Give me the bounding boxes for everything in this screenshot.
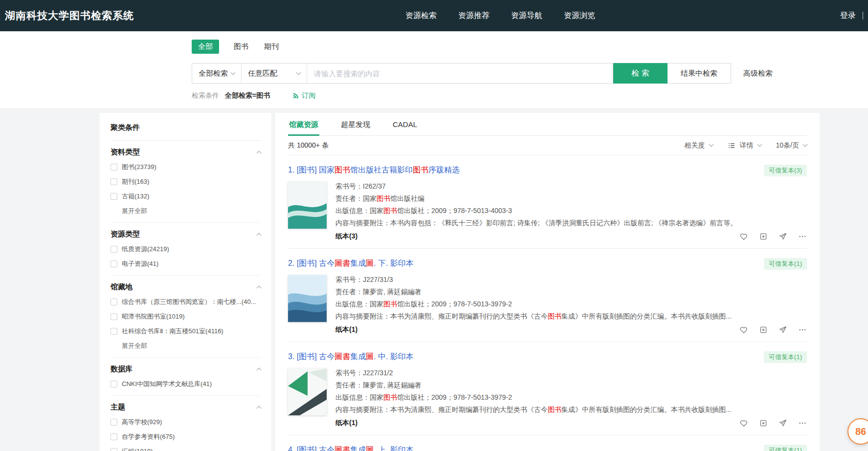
filter-group-header[interactable]: 资料类型 [111, 148, 261, 157]
chevron-up-icon[interactable] [257, 368, 262, 373]
checkbox[interactable] [111, 246, 117, 253]
filter-option-label: 昭潭书院图书室(1019) [122, 312, 185, 321]
share-icon[interactable] [779, 232, 787, 241]
filter-group-header[interactable]: 主题 [111, 403, 261, 412]
result-title-link[interactable]: 1. [图书] 国家图书馆出版社古籍影印图书序跋精选 [288, 165, 460, 175]
checkbox[interactable] [111, 299, 117, 305]
checkbox[interactable] [111, 178, 117, 185]
add-to-shelf-icon[interactable] [759, 325, 768, 334]
rss-icon [292, 92, 299, 99]
add-to-shelf-icon[interactable] [759, 419, 768, 428]
holdings-label: 纸本(1) [335, 325, 357, 334]
filter-option[interactable]: 自学参考资料(675) [111, 432, 261, 441]
advanced-search-link[interactable]: 高级检索 [743, 69, 773, 78]
checkbox[interactable] [111, 313, 117, 320]
more-actions-icon[interactable] [798, 232, 807, 241]
chevron-up-icon[interactable] [257, 233, 262, 238]
favorite-icon[interactable] [739, 419, 748, 428]
tab-books[interactable]: 图书 [233, 40, 249, 54]
result-info: 索书号：I262/37责任者：国家图书馆出版社编出版信息：国家图书馆出版社；20… [335, 182, 807, 241]
navbar-right: 登录 [840, 11, 863, 21]
result-field: 索书号：J227/31/3 [335, 275, 807, 284]
book-cover[interactable] [288, 275, 327, 322]
result-title-link[interactable]: 2. [图书] 古今圖書集成圖. 下. 影印本 [288, 258, 414, 269]
filter-panel: 聚类条件 资料类型图书(23739)期刊(163)古籍(132)展开全部资源类型… [100, 113, 271, 451]
filter-option[interactable]: 纸质资源(24219) [111, 245, 261, 254]
filter-option[interactable]: 昭潭书院图书室(1019) [111, 312, 261, 321]
view-mode-select[interactable]: 详情 [728, 141, 761, 150]
filter-option[interactable]: CNKI中国知网学术文献总库(41) [111, 380, 261, 388]
expand-all-link[interactable]: 展开全部 [111, 342, 261, 350]
availability-badge: 可借复本(1) [764, 351, 807, 363]
add-to-shelf-icon[interactable] [759, 232, 768, 241]
chevron-down-icon [803, 142, 808, 147]
filter-option-label: 电子资源(41) [122, 259, 158, 268]
checkbox[interactable] [111, 419, 117, 426]
nav-resource-recommend[interactable]: 资源推荐 [458, 11, 490, 21]
scope-select-value: 全部检索 [199, 69, 228, 78]
page-size-select[interactable]: 10条/页 [776, 141, 807, 150]
tab-chaoxing[interactable]: 超星发现 [340, 113, 371, 135]
favorite-icon[interactable] [739, 325, 748, 334]
result-title-link[interactable]: 3. [图书] 古今圖書集成圖. 中. 影印本 [288, 351, 414, 362]
list-view-icon [728, 142, 735, 150]
checkbox[interactable] [111, 448, 117, 451]
checkbox[interactable] [111, 260, 117, 267]
search-button[interactable]: 检 索 [613, 63, 668, 84]
search-input[interactable] [307, 64, 613, 83]
sort-select[interactable]: 相关度 [685, 141, 713, 150]
result-item: 3. [图书] 古今圖書集成圖. 中. 影印本可借复本(1)索书号：J227/3… [288, 342, 807, 435]
more-actions-icon[interactable] [798, 419, 807, 428]
tab-all[interactable]: 全部 [192, 40, 219, 54]
filter-group-header[interactable]: 资源类型 [111, 230, 261, 239]
filter-group-header[interactable]: 数据库 [111, 365, 261, 374]
filter-group-header[interactable]: 馆藏地 [111, 282, 261, 292]
scope-select[interactable]: 全部检索 [192, 64, 242, 83]
availability-badge: 可借复本(3) [764, 165, 807, 176]
filter-option[interactable]: 图书(23739) [111, 163, 261, 172]
search-in-results-button[interactable]: 结果中检索 [668, 63, 731, 84]
checkbox[interactable] [111, 381, 117, 387]
filter-option[interactable]: 电子资源(41) [111, 259, 261, 268]
tab-journals[interactable]: 期刊 [263, 40, 280, 54]
chevron-up-icon[interactable] [257, 286, 262, 291]
checkbox[interactable] [111, 193, 117, 200]
share-icon[interactable] [779, 325, 787, 334]
nav-resource-search[interactable]: 资源检索 [405, 11, 437, 21]
filter-option[interactable]: 高等学校(929) [111, 418, 261, 427]
expand-all-link[interactable]: 展开全部 [111, 207, 261, 215]
chevron-up-icon[interactable] [257, 406, 262, 411]
book-cover[interactable] [288, 182, 327, 229]
filter-option[interactable]: 古籍(132) [111, 192, 261, 201]
checkbox[interactable] [111, 164, 117, 171]
subscribe-link[interactable]: 订阅 [292, 91, 315, 100]
results-meta-row: 共 10000+ 条 相关度 详情 10条/页 [288, 136, 807, 155]
holdings-label: 纸本(3) [335, 232, 357, 241]
highlight-keyword: 圖書 [334, 259, 350, 267]
checkbox[interactable] [111, 433, 117, 440]
nav-resource-navigation[interactable]: 资源导航 [511, 11, 542, 21]
book-cover[interactable] [288, 368, 327, 415]
tab-holdings[interactable]: 馆藏资源 [288, 113, 319, 135]
filter-option[interactable]: 期刊(163) [111, 177, 261, 186]
chevron-up-icon[interactable] [257, 151, 262, 156]
results-tabs: 馆藏资源超星发现CADAL [288, 113, 807, 136]
share-icon[interactable] [779, 419, 787, 428]
checkbox[interactable] [111, 328, 117, 335]
filter-option[interactable]: 汇编(1019) [111, 447, 261, 451]
filter-option-label: 古籍(132) [122, 192, 149, 201]
result-body: 索书号：J227/31/3责任者：陳夢雷, 蔣廷錫編著出版信息：国家图书馆出版社… [288, 275, 807, 334]
more-actions-icon[interactable] [798, 325, 807, 334]
nav-resource-browse[interactable]: 资源浏览 [564, 11, 595, 21]
filter-option[interactable]: 社科综合书库Ⅱ：南五楼501室(4116) [111, 327, 261, 336]
result-title-link[interactable]: 4. [图书] 古今圖書集成圖. 上. 影印本 [288, 445, 414, 451]
match-select[interactable]: 任意匹配 [242, 64, 307, 83]
login-link[interactable]: 登录 [840, 11, 856, 21]
highlight-keyword: 圖書 [334, 446, 350, 451]
result-field: 出版信息：国家图书馆出版社；2009；978-7-5013-3979-2 [335, 300, 807, 309]
filter-option[interactable]: 综合书库（原三馆图书阅览室）：南七楼...(40... [111, 298, 261, 306]
result-headline: 1. [图书] 国家图书馆出版社古籍影印图书序跋精选可借复本(3) [288, 165, 807, 176]
favorite-icon[interactable] [739, 232, 748, 241]
tab-cadal[interactable]: CADAL [392, 113, 418, 135]
highlight-keyword: 图书 [383, 207, 397, 215]
